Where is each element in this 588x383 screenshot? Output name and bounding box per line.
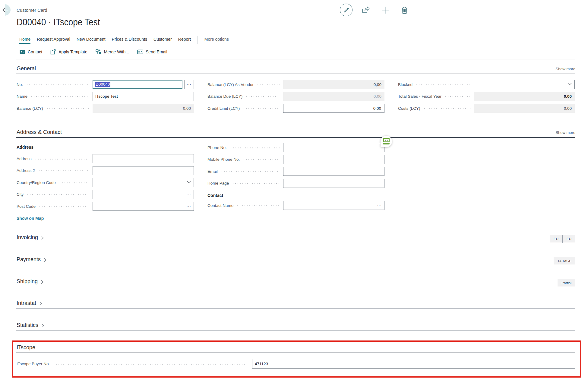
new-button[interactable] [382, 6, 390, 14]
mobile-input[interactable] [283, 155, 384, 164]
page-title: D00040 · ITscope Test [17, 17, 100, 28]
dotted-leader [416, 84, 470, 85]
field-balance-due: Balance Due (LCY) 0,00 [207, 92, 384, 101]
general-show-more[interactable]: Show more [555, 67, 575, 71]
shipping-heading[interactable]: Shipping [17, 278, 44, 285]
contact-name-input[interactable] [283, 201, 384, 210]
address2-input[interactable] [93, 166, 194, 175]
field-city: City ... [16, 190, 194, 199]
total-sales-value: 0,00 [474, 92, 575, 101]
country-select[interactable] [93, 178, 194, 187]
dotted-leader [35, 159, 89, 160]
contact-action-label: Contact [28, 49, 42, 54]
address-group-label: Address [16, 145, 194, 150]
dotted-leader [423, 108, 470, 109]
no-input[interactable]: D00040 [93, 80, 182, 89]
contact-group-label: Contact [207, 193, 384, 198]
homepage-input[interactable] [283, 179, 384, 188]
dotted-leader [243, 108, 280, 109]
address2-label: Address 2 [16, 168, 35, 173]
chevron-right-icon [41, 280, 44, 284]
field-homepage: Home Page [207, 179, 384, 188]
shipping-section: Shipping Partial [16, 277, 575, 287]
contact-action[interactable]: Contact [20, 49, 42, 54]
costs-value: 0,00 [474, 104, 575, 113]
payments-badge: 14 TAGE [554, 257, 575, 265]
email-icon [137, 49, 143, 54]
invoicing-heading[interactable]: Invoicing [17, 234, 44, 241]
general-section-header: General Show more [16, 65, 575, 74]
credit-limit-input[interactable] [283, 104, 384, 113]
merge-icon [96, 49, 102, 55]
tab-strip: Home Request Approval New Document Price… [16, 35, 575, 44]
address-label: Address [16, 157, 32, 161]
send-email-action-label: Send Email [146, 49, 167, 54]
balance-value: 0,00 [93, 104, 194, 113]
postcode-label: Post Code [16, 204, 36, 209]
homepage-label: Home Page [207, 181, 229, 185]
address-heading[interactable]: Address & Contact [17, 129, 62, 135]
app-area-label: Customer Card [17, 8, 47, 13]
address-input[interactable] [93, 154, 194, 163]
merge-with-action[interactable]: Merge With... [96, 49, 129, 55]
dotted-leader [232, 183, 280, 184]
invoicing-section: Invoicing EU EU [16, 233, 575, 243]
send-email-action[interactable]: Send Email [137, 49, 167, 54]
delete-button[interactable] [401, 7, 408, 14]
dotted-leader [59, 182, 89, 183]
field-contact-name: Contact Name ... [207, 201, 384, 210]
shipping-badge: Partial [558, 279, 575, 287]
tab-new-document[interactable]: New Document [77, 37, 106, 44]
address-section-header: Address & Contact Show more [16, 128, 575, 138]
balance-due-label: Balance Due (LCY) [207, 94, 242, 99]
balance-due-value: 0,00 [283, 92, 384, 101]
city-label: City [16, 192, 24, 197]
itscope-buyer-no-input[interactable] [252, 359, 575, 369]
address-show-more[interactable]: Show more [555, 130, 575, 135]
share-button[interactable] [362, 6, 370, 13]
payments-heading[interactable]: Payments [17, 256, 47, 263]
plus-icon [382, 6, 390, 14]
field-balance-vendor: Balance (LCY) As Vendor 0,00 [207, 80, 384, 89]
no-assist-button[interactable]: ... [184, 80, 194, 89]
field-email: Email [207, 167, 384, 176]
tab-request-approval[interactable]: Request Approval [37, 37, 70, 44]
field-mobile: Mobile Phone No. [207, 155, 384, 164]
autofill-extension-overlay[interactable] [381, 136, 392, 147]
field-address: Address [16, 154, 194, 163]
address-contact-section: Address & Contact Show more Address Addr… [16, 128, 575, 221]
more-options[interactable]: More options [204, 37, 229, 44]
tab-customer[interactable]: Customer [153, 37, 172, 44]
dotted-leader [221, 171, 280, 172]
invoicing-badge-eu1: EU [550, 235, 562, 243]
show-on-map-link[interactable]: Show on Map [16, 216, 194, 221]
balance-vendor-value: 0,00 [283, 80, 384, 89]
dotted-leader [38, 170, 89, 171]
dotted-leader [53, 364, 248, 365]
email-input[interactable] [283, 167, 384, 176]
mobile-label: Mobile Phone No. [207, 157, 240, 162]
apply-template-action[interactable]: Apply Template [50, 49, 87, 55]
itscope-heading[interactable]: ITscope [17, 344, 35, 351]
city-input[interactable] [93, 190, 194, 199]
edit-button[interactable] [340, 4, 352, 16]
statistics-heading[interactable]: Statistics [17, 322, 44, 328]
itscope-section-header: ITscope [16, 343, 575, 353]
field-balance: Balance (LCY) 0,00 [16, 104, 194, 113]
dotted-leader [39, 206, 89, 207]
robot-autofill-icon [383, 138, 390, 142]
statistics-section: Statistics [16, 321, 575, 331]
name-input[interactable] [93, 92, 194, 101]
action-bar: Contact Apply Template Merg [16, 44, 575, 59]
blocked-label: Blocked [397, 82, 413, 87]
phone-input[interactable] [283, 143, 384, 152]
general-heading[interactable]: General [17, 65, 36, 72]
dotted-leader [444, 96, 470, 97]
tab-home[interactable]: Home [19, 37, 30, 44]
blocked-select[interactable] [474, 80, 575, 89]
intrastat-heading[interactable]: Intrastat [17, 300, 42, 306]
field-postcode: Post Code ... [16, 202, 194, 211]
tab-report[interactable]: Report [178, 37, 191, 44]
tab-prices-discounts[interactable]: Prices & Discounts [112, 37, 147, 44]
postcode-input[interactable] [93, 202, 194, 211]
